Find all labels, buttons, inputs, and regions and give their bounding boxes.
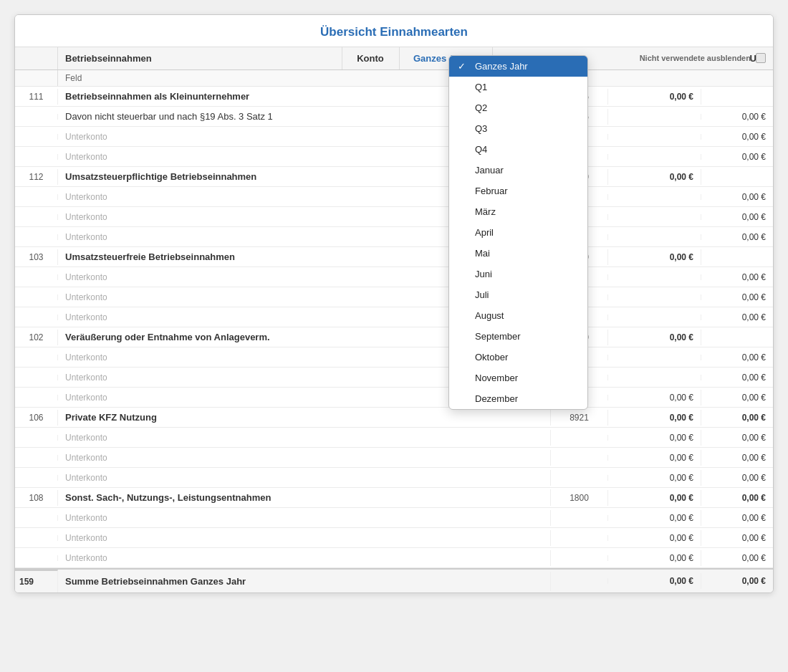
table-row: Unterkonto0,00 €0,00 € bbox=[15, 428, 773, 448]
nicht-verwendet-checkbox[interactable] bbox=[756, 53, 766, 63]
cell-field bbox=[15, 435, 58, 441]
cell-field bbox=[15, 294, 58, 300]
dropdown-item-juli[interactable]: Juli bbox=[449, 284, 587, 305]
cell-period: 0,00 € bbox=[608, 530, 701, 546]
cell-name: Sonst. Sach-, Nutzungs-, Leistungsentnah… bbox=[58, 489, 551, 506]
dropdown-item-q4[interactable]: Q4 bbox=[449, 139, 587, 160]
summary-name: Summe Betriebseinnahmen Ganzes Jahr bbox=[58, 572, 551, 591]
cell-period: 0,00 € bbox=[608, 450, 701, 466]
cell-field: 106 bbox=[15, 410, 58, 426]
cell-period: 0,00 € bbox=[608, 410, 701, 426]
dropdown-item-oktober[interactable]: Oktober bbox=[449, 347, 587, 368]
cell-ust bbox=[701, 174, 773, 180]
cell-period bbox=[608, 294, 701, 300]
dropdown-item-q3[interactable]: Q3 bbox=[449, 118, 587, 139]
cell-field: 102 bbox=[15, 330, 58, 345]
cell-period bbox=[608, 315, 701, 320]
summary-konto bbox=[551, 578, 608, 584]
summary-row: 159 Summe Betriebseinnahmen Ganzes Jahr … bbox=[15, 568, 773, 592]
page-title: Übersicht Einnahmearten bbox=[15, 15, 773, 47]
table-row: Unterkonto0,00 €0,00 € bbox=[15, 508, 773, 528]
cell-ust: 0,00 € bbox=[701, 410, 773, 426]
table-row: 102Veräußerung oder Entnahme von Anlagev… bbox=[15, 327, 773, 347]
cell-period bbox=[608, 194, 701, 200]
summary-period: 0,00 € bbox=[608, 573, 701, 589]
table-row: 106Private KFZ Nutzung89210,00 €0,00 € bbox=[15, 408, 773, 428]
table-row: Unterkonto0,00 € bbox=[15, 147, 773, 167]
table-row: Unterkonto0,00 €0,00 € bbox=[15, 528, 773, 548]
cell-period bbox=[608, 154, 701, 160]
cell-ust: 0,00 € bbox=[701, 550, 773, 566]
dropdown-item-maerz[interactable]: März bbox=[449, 201, 587, 222]
cell-field bbox=[15, 375, 58, 380]
cell-field bbox=[15, 555, 58, 561]
dropdown-item-april[interactable]: April bbox=[449, 222, 587, 243]
cell-ust: 0,00 € bbox=[701, 430, 773, 446]
dropdown-item-ganzes-jahr[interactable]: Ganzes Jahr bbox=[449, 56, 587, 77]
cell-field bbox=[15, 395, 58, 400]
col-header-name: Betriebseinnahmen bbox=[58, 47, 342, 69]
cell-name: Unterkonto bbox=[58, 450, 551, 466]
cell-period: 0,00 € bbox=[608, 390, 701, 405]
cell-konto: 1800 bbox=[551, 490, 608, 506]
cell-period: 0,00 € bbox=[608, 510, 701, 526]
cell-ust bbox=[701, 94, 773, 100]
cell-name: Private KFZ Nutzung bbox=[58, 409, 551, 426]
dropdown-item-januar[interactable]: Januar bbox=[449, 160, 587, 181]
cell-ust: 0,00 € bbox=[701, 350, 773, 365]
dropdown-item-august[interactable]: August bbox=[449, 305, 587, 326]
cell-field bbox=[15, 455, 58, 461]
cell-period: 0,00 € bbox=[608, 169, 701, 185]
dropdown-item-februar[interactable]: Februar bbox=[449, 181, 587, 201]
cell-konto bbox=[551, 535, 608, 541]
dropdown-item-q2[interactable]: Q2 bbox=[449, 97, 587, 118]
cell-period: 0,00 € bbox=[608, 550, 701, 566]
dropdown-item-q1[interactable]: Q1 bbox=[449, 77, 587, 97]
col-header-field bbox=[15, 47, 58, 69]
cell-konto bbox=[551, 555, 608, 561]
cell-konto bbox=[551, 515, 608, 521]
cell-konto: 8921 bbox=[551, 410, 608, 426]
cell-ust: 0,00 € bbox=[701, 450, 773, 466]
cell-ust: 0,00 € bbox=[701, 149, 773, 165]
table-body: 111Betriebseinnahmen als Kleinunternehme… bbox=[15, 87, 773, 568]
table-row: Unterkonto0,00 € bbox=[15, 187, 773, 207]
cell-field bbox=[15, 355, 58, 360]
cell-ust bbox=[701, 254, 773, 260]
dropdown-item-dezember[interactable]: Dezember bbox=[449, 388, 587, 409]
dropdown-item-november[interactable]: November bbox=[449, 368, 587, 388]
cell-ust: 0,00 € bbox=[701, 209, 773, 225]
table-row: Unterkonto0,00 € bbox=[15, 267, 773, 287]
cell-period: 0,00 € bbox=[608, 330, 701, 345]
section-label-row: Feld bbox=[15, 70, 773, 87]
cell-ust: 0,00 € bbox=[701, 129, 773, 145]
cell-field: 108 bbox=[15, 490, 58, 506]
table-row: Davon nicht steuerbar und nach §19 Abs. … bbox=[15, 107, 773, 127]
table-row: Unterkonto0,00 € bbox=[15, 127, 773, 147]
cell-ust bbox=[701, 335, 773, 340]
cell-field bbox=[15, 134, 58, 140]
cell-field bbox=[15, 535, 58, 541]
summary-field: 159 bbox=[15, 570, 58, 592]
table-row: Unterkonto0,00 €0,00 € bbox=[15, 548, 773, 568]
cell-ust: 0,00 € bbox=[701, 309, 773, 325]
dropdown-item-juni[interactable]: Juni bbox=[449, 264, 587, 284]
cell-field: 111 bbox=[15, 89, 58, 105]
main-container: Übersicht Einnahmearten Betriebseinnahme… bbox=[14, 14, 774, 593]
cell-period bbox=[608, 234, 701, 240]
col-header-konto: Konto bbox=[342, 47, 400, 69]
cell-name: Unterkonto bbox=[58, 530, 551, 546]
nicht-verwendet-label: Nicht verwendete ausblenden. bbox=[640, 53, 766, 63]
cell-field bbox=[15, 475, 58, 481]
dropdown-item-mai[interactable]: Mai bbox=[449, 243, 587, 264]
cell-ust: 0,00 € bbox=[701, 189, 773, 205]
cell-ust: 0,00 € bbox=[701, 390, 773, 405]
cell-name: Unterkonto bbox=[58, 550, 551, 566]
cell-period: 0,00 € bbox=[608, 430, 701, 446]
table-row: Unterkonto0,00 €0,00 € bbox=[15, 388, 773, 408]
cell-period: 0,00 € bbox=[608, 89, 701, 105]
summary-ust: 0,00 € bbox=[701, 573, 773, 589]
cell-ust: 0,00 € bbox=[701, 370, 773, 385]
cell-field bbox=[15, 234, 58, 240]
dropdown-item-september[interactable]: September bbox=[449, 326, 587, 347]
